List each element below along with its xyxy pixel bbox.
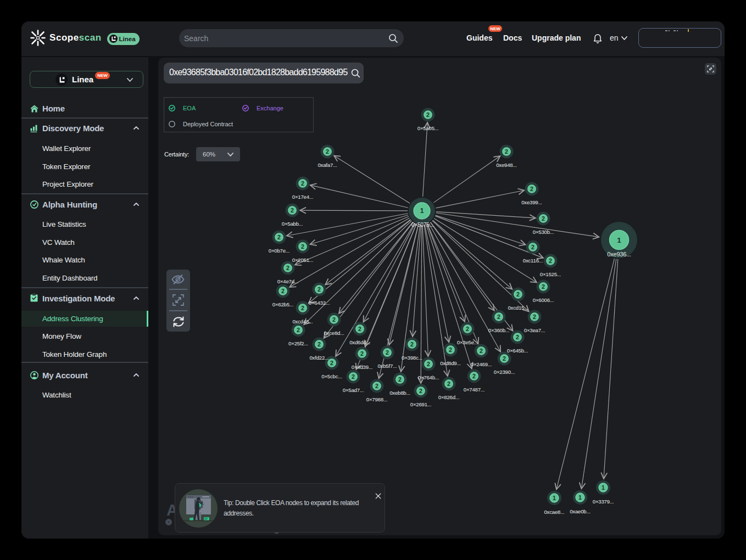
svg-text:2: 2 <box>277 234 281 240</box>
svg-text:1: 1 <box>617 236 621 244</box>
svg-text:2: 2 <box>375 383 378 389</box>
svg-text:0×2051...: 0×2051... <box>292 257 313 263</box>
svg-text:0×4e7d...: 0×4e7d... <box>277 278 298 284</box>
svg-text:2: 2 <box>480 348 483 354</box>
svg-text:0xcae8...: 0xcae8... <box>544 509 564 515</box>
svg-text:0xd8d9...: 0xd8d9... <box>440 360 461 366</box>
svg-text:2: 2 <box>497 313 500 320</box>
svg-text:0xcd15...: 0xcd15... <box>508 305 528 311</box>
svg-text:2: 2 <box>318 286 321 293</box>
svg-text:0xae0b...: 0xae0b... <box>570 508 591 514</box>
svg-text:0×0b7e...: 0×0b7e... <box>269 248 290 254</box>
svg-text:0×3ea7...: 0×3ea7... <box>524 327 545 333</box>
svg-text:2: 2 <box>358 326 361 332</box>
svg-text:0×7988...: 0×7988... <box>366 396 387 402</box>
svg-text:0xfd22...: 0xfd22... <box>309 355 329 361</box>
svg-text:2: 2 <box>352 373 355 380</box>
svg-text:2: 2 <box>533 313 536 320</box>
svg-text:0xce8d...: 0xce8d... <box>324 330 344 336</box>
svg-text:0xd6dd...: 0xd6dd... <box>349 339 370 345</box>
svg-text:1: 1 <box>602 484 605 491</box>
svg-text:0×530b...: 0×530b... <box>533 229 554 235</box>
svg-text:2: 2 <box>531 244 535 250</box>
svg-text:2: 2 <box>291 207 294 214</box>
svg-text:0×360b...: 0×360b... <box>488 327 509 333</box>
svg-text:2: 2 <box>426 111 430 118</box>
svg-text:1: 1 <box>420 207 424 215</box>
svg-text:2: 2 <box>386 349 389 356</box>
svg-text:0xeb8b...: 0xeb8b... <box>389 390 410 396</box>
svg-text:2: 2 <box>301 180 304 187</box>
svg-text:2: 2 <box>419 388 422 394</box>
svg-text:0×2691...: 0×2691... <box>410 401 431 407</box>
svg-text:2: 2 <box>516 334 519 340</box>
svg-text:0×2469...: 0×2469... <box>471 361 492 367</box>
svg-text:2: 2 <box>427 361 430 367</box>
svg-text:0×6006...: 0×6006... <box>533 297 554 303</box>
svg-text:2: 2 <box>360 350 364 357</box>
svg-text:0×1525...: 0×1525... <box>540 271 561 277</box>
svg-text:2: 2 <box>447 380 450 387</box>
svg-text:0xafa7...: 0xafa7... <box>318 162 337 168</box>
svg-text:2: 2 <box>449 346 452 353</box>
svg-text:2: 2 <box>505 148 508 155</box>
svg-text:0×5ad7...: 0×5ad7... <box>343 387 364 393</box>
svg-text:2: 2 <box>516 291 520 298</box>
svg-text:0xe399...: 0xe399... <box>521 199 542 205</box>
svg-text:0×5a05...: 0×5a05... <box>417 125 438 131</box>
svg-text:2: 2 <box>297 327 300 333</box>
svg-text:2: 2 <box>542 215 545 222</box>
svg-text:2: 2 <box>472 373 476 379</box>
svg-text:2: 2 <box>332 316 336 323</box>
svg-text:0×5cbc...: 0×5cbc... <box>321 373 342 379</box>
svg-text:0×4d39...: 0×4d39... <box>352 364 372 370</box>
svg-text:0xb5f7...: 0xb5f7... <box>377 363 397 369</box>
svg-text:2: 2 <box>410 341 414 348</box>
svg-text:2: 2 <box>326 148 329 155</box>
svg-text:2: 2 <box>330 360 333 366</box>
svg-text:2: 2 <box>301 305 304 311</box>
svg-text:0×6432...: 0×6432... <box>309 300 330 306</box>
svg-text:2: 2 <box>503 355 506 362</box>
svg-text:0×826d...: 0×826d... <box>438 394 459 400</box>
svg-text:0×25f2...: 0×25f2... <box>288 340 308 346</box>
svg-text:0×17e4...: 0×17e4... <box>292 194 313 200</box>
svg-text:2: 2 <box>549 257 552 264</box>
svg-text:0×645b...: 0×645b... <box>507 348 528 354</box>
svg-text:0×5075...: 0×5075... <box>411 222 433 228</box>
svg-text:0xcd48...: 0xcd48... <box>292 318 313 324</box>
svg-text:0xc116...: 0xc116... <box>523 257 543 264</box>
svg-text:0×5abb...: 0×5abb... <box>282 221 303 227</box>
svg-text:2: 2 <box>398 376 402 383</box>
svg-text:0×3e5e...: 0×3e5e... <box>457 339 478 345</box>
svg-text:2: 2 <box>318 341 321 348</box>
svg-text:0xe948...: 0xe948... <box>496 162 517 168</box>
svg-text:0×2390...: 0×2390... <box>494 369 515 375</box>
svg-text:2: 2 <box>286 265 290 271</box>
svg-text:1: 1 <box>553 495 556 501</box>
svg-text:0×7487...: 0×7487... <box>464 387 485 393</box>
svg-text:0×62b5...: 0×62b5... <box>272 301 293 307</box>
svg-text:0xe936...: 0xe936... <box>607 251 631 257</box>
svg-text:2: 2 <box>530 186 533 192</box>
svg-text:2: 2 <box>542 283 545 290</box>
svg-text:1: 1 <box>578 494 582 501</box>
svg-text:0×3379...: 0×3379... <box>593 499 614 505</box>
svg-text:0×398c...: 0×398c... <box>402 355 422 361</box>
svg-text:2: 2 <box>301 243 304 250</box>
svg-text:2: 2 <box>466 326 469 332</box>
svg-text:2: 2 <box>281 288 285 294</box>
svg-text:0×764b...: 0×764b... <box>418 374 439 380</box>
